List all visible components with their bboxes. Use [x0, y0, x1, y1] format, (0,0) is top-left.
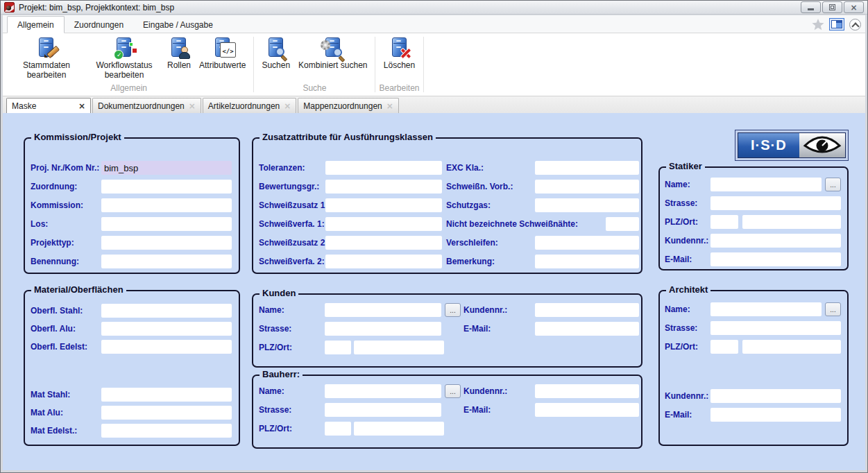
ribbon-tab[interactable]: Zuordnungen: [65, 17, 133, 33]
text-field[interactable]: [101, 388, 232, 402]
group-architekt: Architekt Name: ... Strasse:: [658, 290, 849, 446]
document-tab[interactable]: Maske ×: [6, 98, 91, 113]
text-field[interactable]: [325, 236, 442, 250]
form-row: Mat Stahl:: [31, 388, 239, 402]
field-label: Bewertungsgr.:: [259, 182, 325, 191]
text-field[interactable]: [535, 255, 639, 268]
text-field[interactable]: [101, 236, 232, 250]
text-field[interactable]: [101, 217, 232, 231]
plz-field[interactable]: [710, 340, 738, 354]
restore-button[interactable]: [822, 1, 842, 13]
text-field[interactable]: [710, 389, 841, 403]
ribbon-button-label: Suchen: [262, 60, 290, 70]
browse-button[interactable]: ...: [825, 302, 841, 316]
ribbon-button[interactable]: Löschen: [380, 35, 419, 70]
text-field[interactable]: [710, 196, 841, 210]
text-field[interactable]: [101, 198, 232, 212]
text-field[interactable]: [535, 180, 639, 194]
ort-field[interactable]: [354, 341, 444, 354]
ribbon-button[interactable]: Stammdaten bearbeiten: [8, 35, 85, 80]
document-tab-label: Maske: [12, 101, 36, 111]
document-tab[interactable]: Artikelzuordnungen ×: [203, 98, 296, 113]
text-field[interactable]: [535, 384, 639, 398]
close-button[interactable]: ×: [844, 1, 864, 13]
form-row: E-Mail: ...: [665, 408, 847, 422]
favorite-star-icon[interactable]: [812, 19, 824, 31]
text-field[interactable]: [101, 304, 232, 318]
plz-field[interactable]: [325, 341, 351, 354]
text-field[interactable]: [101, 340, 232, 354]
text-field[interactable]: [101, 322, 232, 336]
tab-close-icon[interactable]: ×: [386, 102, 393, 110]
text-field[interactable]: [535, 303, 639, 317]
browse-button[interactable]: ...: [825, 178, 841, 191]
text-field[interactable]: [535, 161, 639, 175]
tab-close-icon[interactable]: ×: [78, 102, 85, 110]
text-field[interactable]: [101, 255, 232, 268]
text-field[interactable]: [325, 198, 442, 212]
tab-close-icon[interactable]: ×: [284, 102, 291, 110]
group-legend: Bauherr:: [259, 369, 303, 379]
document-tab[interactable]: Mappenzuordnungen ×: [298, 98, 399, 113]
text-field[interactable]: [325, 180, 442, 194]
form-row: Kundennr.: ...: [665, 234, 847, 248]
field-label: Projekttyp:: [31, 238, 101, 248]
text-field[interactable]: [101, 180, 232, 194]
text-field[interactable]: [535, 198, 639, 212]
form-row: PLZ/Ort: ...: [259, 422, 641, 436]
browse-button[interactable]: ...: [445, 384, 461, 398]
plz-field[interactable]: [325, 422, 351, 436]
ribbon-button[interactable]: Suchen: [257, 35, 294, 70]
ribbon-button[interactable]: Rollen: [163, 35, 195, 70]
group-material-oberflaechen: Material/Oberflächen Oberfl. Stahl: Ober…: [24, 290, 240, 446]
ribbon-button[interactable]: Attributwerte: [195, 35, 250, 70]
text-field[interactable]: [535, 236, 639, 250]
ort-field[interactable]: [742, 215, 841, 229]
text-field[interactable]: [101, 161, 232, 175]
ribbon-button[interactable]: Workflowstatus bearbeiten: [85, 35, 163, 80]
text-field[interactable]: [710, 252, 841, 266]
form-row: Schweißzusatz 1: Schutzgas:: [259, 198, 641, 212]
ribbon-button[interactable]: Kombiniert suchen: [294, 35, 371, 70]
tab-close-icon[interactable]: ×: [189, 102, 196, 110]
text-field[interactable]: [535, 322, 639, 336]
ribbon-button-label: Workflowstatus bearbeiten: [90, 60, 159, 80]
text-field[interactable]: [101, 424, 232, 438]
panel-toggle-button[interactable]: [829, 18, 844, 31]
window-controls: ×: [799, 1, 864, 13]
text-field[interactable]: [710, 178, 822, 191]
titlebar[interactable]: Projekt: bim_bsp, Projektkontext: bim_bs…: [1, 1, 867, 15]
field-label: E-Mail:: [665, 255, 710, 264]
form-row: Schweißverfa. 2: Bemerkung:: [259, 255, 641, 268]
text-field[interactable]: [325, 303, 441, 317]
field-label: Mat Alu:: [31, 408, 101, 418]
browse-button[interactable]: ...: [445, 303, 461, 317]
group-legend: Kommission/Projekt: [31, 132, 124, 142]
field-label: Schutzgas:: [446, 200, 532, 210]
text-field[interactable]: [101, 406, 232, 420]
collapse-ribbon-button[interactable]: [849, 19, 861, 31]
plz-field[interactable]: [710, 215, 738, 229]
text-field[interactable]: [710, 234, 841, 248]
group-zusatzattribute: Zusatzattribute für Ausführungsklassen T…: [252, 137, 643, 274]
text-field[interactable]: [325, 384, 441, 398]
text-field[interactable]: [325, 322, 441, 336]
text-field[interactable]: [535, 403, 639, 417]
ort-field[interactable]: [742, 340, 841, 354]
text-field[interactable]: [325, 255, 442, 268]
text-field[interactable]: [710, 302, 822, 316]
text-field[interactable]: [325, 217, 442, 231]
ribbon-tab[interactable]: Eingabe / Ausgabe: [133, 17, 223, 33]
text-field[interactable]: [325, 161, 442, 175]
field-label: Schweißzusatz 1:: [259, 200, 325, 210]
text-field[interactable]: [710, 408, 841, 422]
field-label: Schweißzusatz 2:: [259, 238, 325, 248]
text-field[interactable]: [606, 217, 639, 231]
document-tab[interactable]: Dokumentzuordnungen ×: [92, 98, 201, 113]
form-row: Toleranzen: EXC Kla.:: [259, 161, 641, 175]
minimize-button[interactable]: [801, 1, 821, 13]
text-field[interactable]: [710, 321, 841, 335]
text-field[interactable]: [325, 403, 441, 417]
ribbon-tab[interactable]: Allgemein: [7, 16, 65, 33]
ort-field[interactable]: [354, 422, 444, 436]
